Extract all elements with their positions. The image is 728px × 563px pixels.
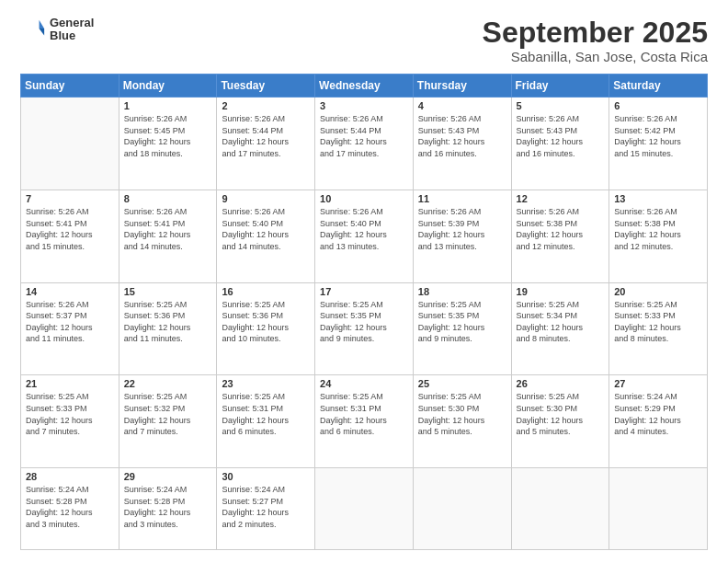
calendar-cell: 29Sunrise: 5:24 AM Sunset: 5:28 PM Dayli…: [119, 468, 217, 550]
svg-marker-0: [40, 20, 45, 29]
day-info: Sunrise: 5:26 AM Sunset: 5:39 PM Dayligh…: [418, 206, 506, 252]
calendar-cell: 21Sunrise: 5:25 AM Sunset: 5:33 PM Dayli…: [21, 375, 119, 468]
title-block: September 2025 Sabanilla, San Jose, Cost…: [483, 17, 708, 64]
calendar-week-row: 21Sunrise: 5:25 AM Sunset: 5:33 PM Dayli…: [21, 375, 708, 468]
calendar-cell: 7Sunrise: 5:26 AM Sunset: 5:41 PM Daylig…: [21, 190, 119, 282]
calendar-title: September 2025: [483, 17, 708, 49]
day-info: Sunrise: 5:25 AM Sunset: 5:35 PM Dayligh…: [320, 299, 408, 345]
calendar-cell: 1Sunrise: 5:26 AM Sunset: 5:45 PM Daylig…: [119, 98, 217, 190]
day-number: 9: [222, 193, 310, 204]
calendar-cell: [315, 468, 414, 550]
day-number: 27: [614, 378, 702, 389]
day-info: Sunrise: 5:25 AM Sunset: 5:30 PM Dayligh…: [418, 391, 506, 437]
day-info: Sunrise: 5:25 AM Sunset: 5:33 PM Dayligh…: [26, 391, 114, 437]
day-number: 25: [418, 378, 506, 389]
calendar-table: SundayMondayTuesdayWednesdayThursdayFrid…: [20, 74, 708, 550]
day-number: 19: [517, 286, 605, 297]
page: General Blue September 2025 Sabanilla, S…: [0, 0, 728, 563]
calendar-cell: 8Sunrise: 5:26 AM Sunset: 5:41 PM Daylig…: [119, 190, 217, 282]
day-number: 20: [614, 286, 702, 297]
day-info: Sunrise: 5:26 AM Sunset: 5:44 PM Dayligh…: [222, 113, 310, 159]
weekday-header: Saturday: [609, 75, 708, 98]
day-number: 30: [222, 471, 310, 482]
day-number: 5: [517, 100, 605, 111]
weekday-header: Friday: [511, 75, 609, 98]
day-number: 11: [418, 193, 506, 204]
day-info: Sunrise: 5:25 AM Sunset: 5:35 PM Dayligh…: [418, 299, 506, 345]
header: General Blue September 2025 Sabanilla, S…: [20, 17, 708, 64]
calendar-cell: [21, 98, 119, 190]
day-number: 24: [320, 378, 408, 389]
calendar-cell: 4Sunrise: 5:26 AM Sunset: 5:43 PM Daylig…: [413, 98, 511, 190]
logo: General Blue: [20, 17, 94, 43]
calendar-week-row: 1Sunrise: 5:26 AM Sunset: 5:45 PM Daylig…: [21, 98, 708, 190]
day-number: 22: [124, 378, 212, 389]
calendar-cell: 24Sunrise: 5:25 AM Sunset: 5:31 PM Dayli…: [315, 375, 414, 468]
day-number: 28: [26, 471, 114, 482]
calendar-cell: 3Sunrise: 5:26 AM Sunset: 5:44 PM Daylig…: [315, 98, 414, 190]
calendar-cell: 16Sunrise: 5:25 AM Sunset: 5:36 PM Dayli…: [217, 282, 315, 375]
logo-line2: Blue: [50, 29, 94, 42]
calendar-cell: 25Sunrise: 5:25 AM Sunset: 5:30 PM Dayli…: [413, 375, 511, 468]
day-number: 13: [614, 193, 702, 204]
day-info: Sunrise: 5:25 AM Sunset: 5:36 PM Dayligh…: [124, 299, 212, 345]
day-info: Sunrise: 5:24 AM Sunset: 5:27 PM Dayligh…: [222, 484, 310, 530]
calendar-cell: [609, 468, 708, 550]
day-info: Sunrise: 5:25 AM Sunset: 5:31 PM Dayligh…: [320, 391, 408, 437]
day-number: 29: [124, 471, 212, 482]
day-info: Sunrise: 5:25 AM Sunset: 5:32 PM Dayligh…: [124, 391, 212, 437]
calendar-week-row: 7Sunrise: 5:26 AM Sunset: 5:41 PM Daylig…: [21, 190, 708, 282]
calendar-cell: 18Sunrise: 5:25 AM Sunset: 5:35 PM Dayli…: [413, 282, 511, 375]
weekday-header: Tuesday: [217, 75, 315, 98]
day-info: Sunrise: 5:26 AM Sunset: 5:37 PM Dayligh…: [26, 299, 114, 345]
calendar-week-row: 28Sunrise: 5:24 AM Sunset: 5:28 PM Dayli…: [21, 468, 708, 550]
calendar-cell: 12Sunrise: 5:26 AM Sunset: 5:38 PM Dayli…: [511, 190, 609, 282]
calendar-cell: 10Sunrise: 5:26 AM Sunset: 5:40 PM Dayli…: [315, 190, 414, 282]
calendar-cell: 22Sunrise: 5:25 AM Sunset: 5:32 PM Dayli…: [119, 375, 217, 468]
day-number: 3: [320, 100, 408, 111]
logo-line1: General: [50, 17, 94, 29]
calendar-cell: 15Sunrise: 5:25 AM Sunset: 5:36 PM Dayli…: [119, 282, 217, 375]
calendar-cell: 5Sunrise: 5:26 AM Sunset: 5:43 PM Daylig…: [511, 98, 609, 190]
weekday-header-row: SundayMondayTuesdayWednesdayThursdayFrid…: [21, 75, 708, 98]
day-number: 16: [222, 286, 310, 297]
day-info: Sunrise: 5:26 AM Sunset: 5:43 PM Dayligh…: [517, 113, 605, 159]
day-info: Sunrise: 5:26 AM Sunset: 5:41 PM Dayligh…: [124, 206, 212, 252]
calendar-cell: 20Sunrise: 5:25 AM Sunset: 5:33 PM Dayli…: [609, 282, 708, 375]
day-number: 10: [320, 193, 408, 204]
day-info: Sunrise: 5:25 AM Sunset: 5:30 PM Dayligh…: [517, 391, 605, 437]
day-info: Sunrise: 5:26 AM Sunset: 5:38 PM Dayligh…: [517, 206, 605, 252]
day-info: Sunrise: 5:25 AM Sunset: 5:33 PM Dayligh…: [614, 299, 702, 345]
day-number: 4: [418, 100, 506, 111]
day-number: 21: [26, 378, 114, 389]
day-info: Sunrise: 5:24 AM Sunset: 5:29 PM Dayligh…: [614, 391, 702, 437]
day-info: Sunrise: 5:25 AM Sunset: 5:34 PM Dayligh…: [517, 299, 605, 345]
day-info: Sunrise: 5:26 AM Sunset: 5:40 PM Dayligh…: [320, 206, 408, 252]
calendar-cell: 2Sunrise: 5:26 AM Sunset: 5:44 PM Daylig…: [217, 98, 315, 190]
calendar-cell: 26Sunrise: 5:25 AM Sunset: 5:30 PM Dayli…: [511, 375, 609, 468]
svg-marker-1: [40, 29, 45, 35]
calendar-cell: 17Sunrise: 5:25 AM Sunset: 5:35 PM Dayli…: [315, 282, 414, 375]
calendar-cell: 28Sunrise: 5:24 AM Sunset: 5:28 PM Dayli…: [21, 468, 119, 550]
day-number: 2: [222, 100, 310, 111]
day-number: 7: [26, 193, 114, 204]
day-number: 17: [320, 286, 408, 297]
weekday-header: Thursday: [413, 75, 511, 98]
calendar-cell: 27Sunrise: 5:24 AM Sunset: 5:29 PM Dayli…: [609, 375, 708, 468]
day-info: Sunrise: 5:26 AM Sunset: 5:38 PM Dayligh…: [614, 206, 702, 252]
calendar-cell: [511, 468, 609, 550]
day-number: 6: [614, 100, 702, 111]
calendar-cell: 9Sunrise: 5:26 AM Sunset: 5:40 PM Daylig…: [217, 190, 315, 282]
calendar-cell: [413, 468, 511, 550]
day-info: Sunrise: 5:25 AM Sunset: 5:31 PM Dayligh…: [222, 391, 310, 437]
calendar-cell: 6Sunrise: 5:26 AM Sunset: 5:42 PM Daylig…: [609, 98, 708, 190]
day-info: Sunrise: 5:24 AM Sunset: 5:28 PM Dayligh…: [124, 484, 212, 530]
calendar-cell: 23Sunrise: 5:25 AM Sunset: 5:31 PM Dayli…: [217, 375, 315, 468]
day-number: 26: [517, 378, 605, 389]
day-number: 8: [124, 193, 212, 204]
calendar-cell: 30Sunrise: 5:24 AM Sunset: 5:27 PM Dayli…: [217, 468, 315, 550]
logo-icon: [20, 17, 46, 42]
weekday-header: Monday: [119, 75, 217, 98]
day-info: Sunrise: 5:26 AM Sunset: 5:42 PM Dayligh…: [614, 113, 702, 159]
calendar-cell: 11Sunrise: 5:26 AM Sunset: 5:39 PM Dayli…: [413, 190, 511, 282]
